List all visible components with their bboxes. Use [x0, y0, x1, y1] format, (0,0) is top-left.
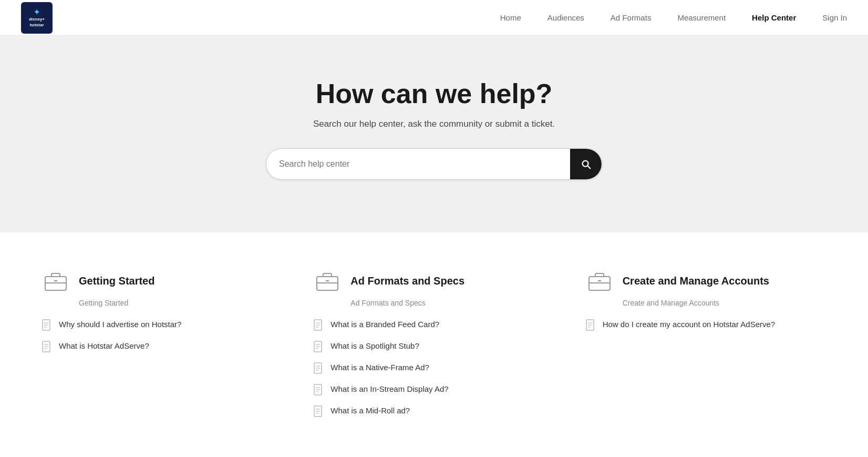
- briefcase-icon-accounts: [586, 269, 613, 292]
- category-accounts: Create and Manage Accounts Create and Ma…: [586, 269, 826, 417]
- article-list-getting-started: Why should I advertise on Hotstar? What …: [42, 319, 282, 352]
- article-list-accounts: How do I create my account on Hotstar Ad…: [586, 319, 826, 331]
- search-icon: [580, 158, 592, 170]
- category-subtitle-getting-started: Getting Started: [42, 299, 282, 307]
- article-link[interactable]: What is a Native-Frame Ad?: [330, 362, 429, 374]
- category-title-ad-formats: Ad Formats and Specs: [350, 275, 464, 287]
- hero-title: How can we help?: [316, 78, 553, 109]
- nav-audiences[interactable]: Audiences: [547, 13, 584, 22]
- document-icon: [314, 362, 323, 374]
- briefcase-icon-getting-started: [42, 269, 69, 292]
- article-list-ad-formats: What is a Branded Feed Card? What is a S…: [314, 319, 554, 417]
- list-item[interactable]: What is Hotstar AdServe?: [42, 340, 282, 352]
- document-icon: [314, 405, 323, 417]
- hero-subtitle: Search our help center, ask the communit…: [313, 119, 555, 129]
- category-title-accounts: Create and Manage Accounts: [623, 275, 769, 287]
- header: ✦ disney+ hotstar Home Audiences Ad Form…: [0, 0, 868, 36]
- nav-home[interactable]: Home: [500, 13, 521, 22]
- search-button[interactable]: [570, 149, 602, 179]
- search-bar: [266, 148, 602, 180]
- category-getting-started: Getting Started Getting Started Why shou…: [42, 269, 282, 417]
- document-icon: [586, 319, 595, 331]
- logo[interactable]: ✦ disney+ hotstar: [21, 2, 53, 34]
- content-section: Getting Started Getting Started Why shou…: [0, 232, 868, 449]
- category-subtitle-accounts: Create and Manage Accounts: [586, 299, 826, 307]
- search-input[interactable]: [266, 151, 570, 177]
- list-item[interactable]: How do I create my account on Hotstar Ad…: [586, 319, 826, 331]
- briefcase-icon-ad-formats: [314, 269, 341, 292]
- category-title-getting-started: Getting Started: [79, 275, 154, 287]
- nav-help-center[interactable]: Help Center: [752, 13, 796, 22]
- list-item[interactable]: What is a Branded Feed Card?: [314, 319, 554, 331]
- category-ad-formats: Ad Formats and Specs Ad Formats and Spec…: [314, 269, 554, 417]
- article-link[interactable]: What is Hotstar AdServe?: [59, 340, 149, 352]
- article-link[interactable]: Why should I advertise on Hotstar?: [59, 319, 181, 331]
- article-link[interactable]: What is a Mid-Roll ad?: [330, 405, 410, 417]
- list-item[interactable]: What is a Mid-Roll ad?: [314, 405, 554, 417]
- nav-ad-formats[interactable]: Ad Formats: [611, 13, 652, 22]
- article-link[interactable]: How do I create my account on Hotstar Ad…: [603, 319, 776, 331]
- list-item[interactable]: Why should I advertise on Hotstar?: [42, 319, 282, 331]
- document-icon: [42, 319, 51, 331]
- nav-sign-in[interactable]: Sign In: [822, 13, 847, 22]
- categories-grid: Getting Started Getting Started Why shou…: [42, 269, 826, 417]
- document-icon: [314, 384, 323, 395]
- list-item[interactable]: What is a Native-Frame Ad?: [314, 362, 554, 374]
- document-icon: [42, 341, 51, 352]
- category-subtitle-ad-formats: Ad Formats and Specs: [314, 299, 554, 307]
- list-item[interactable]: What is an In-Stream Display Ad?: [314, 383, 554, 395]
- article-link[interactable]: What is a Branded Feed Card?: [330, 319, 439, 331]
- list-item[interactable]: What is a Spotlight Stub?: [314, 340, 554, 352]
- hero-section: How can we help? Search our help center,…: [0, 36, 868, 232]
- document-icon: [314, 341, 323, 352]
- document-icon: [314, 319, 323, 331]
- main-nav: Home Audiences Ad Formats Measurement He…: [500, 13, 847, 22]
- nav-measurement[interactable]: Measurement: [677, 13, 726, 22]
- article-link[interactable]: What is an In-Stream Display Ad?: [330, 383, 448, 395]
- article-link[interactable]: What is a Spotlight Stub?: [330, 340, 419, 352]
